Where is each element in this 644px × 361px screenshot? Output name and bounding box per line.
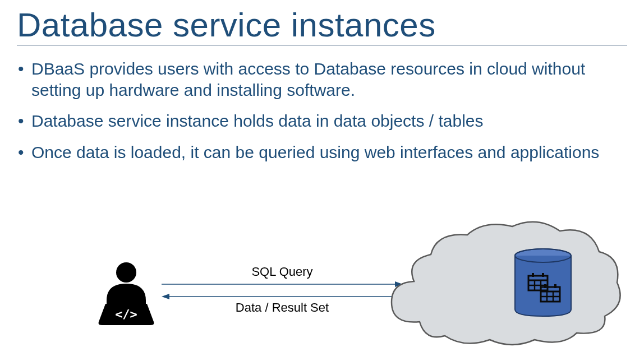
code-glyph: </>: [115, 307, 137, 321]
cloud-database-icon: [375, 215, 627, 352]
arrow-sql-query: SQL Query: [162, 265, 403, 288]
svg-rect-13: [532, 273, 534, 277]
arrow-result-set: Data / Result Set: [162, 293, 403, 316]
svg-marker-4: [162, 294, 169, 299]
bullet-list: DBaaS provides users with access to Data…: [17, 58, 627, 163]
svg-rect-21: [554, 284, 556, 288]
slide-title: Database service instances: [17, 6, 627, 46]
arrow-bottom-label: Data / Result Set: [236, 300, 329, 315]
svg-point-0: [116, 262, 136, 283]
svg-rect-1: [108, 296, 145, 304]
svg-rect-20: [544, 284, 546, 288]
svg-rect-14: [542, 273, 544, 277]
database-icon: [515, 249, 571, 316]
diagram-area: </> SQL Query Data / Result Set: [17, 221, 627, 350]
bullet-item: Database service instance holds data in …: [17, 110, 627, 132]
developer-icon: </>: [95, 260, 157, 330]
arrow-top-label: SQL Query: [251, 265, 312, 279]
bullet-item: Once data is loaded, it can be queried u…: [17, 142, 627, 163]
bullet-item: DBaaS provides users with access to Data…: [17, 58, 627, 100]
cloud-shape: [392, 222, 620, 345]
